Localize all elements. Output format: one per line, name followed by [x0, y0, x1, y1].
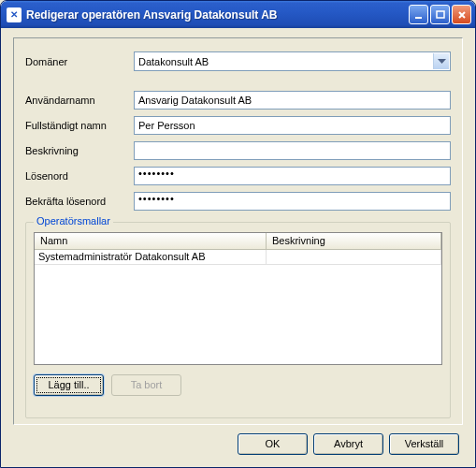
password-input[interactable]: •••••••• — [134, 167, 451, 185]
description-input[interactable] — [134, 141, 451, 160]
templates-legend: Operatörsmallar — [34, 215, 113, 227]
table-row[interactable]: Systemadministratör Datakonsult AB — [35, 250, 441, 265]
column-header-desc[interactable]: Beskrivning — [267, 233, 441, 250]
column-header-name[interactable]: Namn — [35, 233, 267, 250]
password-label: Lösenord — [25, 170, 134, 182]
cell-desc — [267, 250, 441, 264]
close-button[interactable] — [452, 5, 471, 24]
templates-fieldset: Operatörsmallar Namn Beskrivning Systema… — [25, 222, 451, 418]
grid-header: Namn Beskrivning — [35, 233, 441, 250]
chevron-down-icon[interactable] — [433, 53, 449, 69]
remove-button: Ta bort — [111, 374, 181, 396]
cancel-button[interactable]: Avbryt — [313, 433, 383, 455]
username-input[interactable] — [134, 91, 451, 110]
svg-rect-1 — [437, 11, 444, 18]
domain-label: Domäner — [25, 56, 134, 67]
form-panel: Domäner Datakonsult AB Användarnamn Full… — [13, 37, 463, 425]
app-icon: ✕ — [7, 7, 22, 22]
titlebar[interactable]: ✕ Redigerar operatören Ansvarig Datakons… — [1, 1, 475, 28]
window-title: Redigerar operatören Ansvarig Datakonsul… — [26, 8, 409, 22]
description-label: Beskrivning — [25, 145, 134, 156]
cell-name: Systemadministratör Datakonsult AB — [35, 250, 267, 264]
client-area: Domäner Datakonsult AB Användarnamn Full… — [4, 28, 472, 464]
add-button[interactable]: Lägg till.. — [34, 374, 104, 396]
fullname-label: Fullständigt namn — [25, 120, 134, 131]
username-label: Användarnamn — [25, 95, 134, 106]
apply-button[interactable]: Verkställ — [389, 433, 459, 455]
minimize-button[interactable] — [409, 5, 428, 24]
ok-button[interactable]: OK — [238, 433, 308, 455]
dialog-window: ✕ Redigerar operatören Ansvarig Datakons… — [0, 0, 476, 468]
domain-combo[interactable]: Datakonsult AB — [134, 51, 451, 71]
svg-rect-0 — [415, 17, 422, 19]
window-controls — [409, 5, 471, 24]
templates-grid[interactable]: Namn Beskrivning Systemadministratör Dat… — [34, 232, 442, 365]
dialog-buttons: OK Avbryt Verkställ — [238, 433, 459, 455]
fullname-input[interactable] — [134, 116, 451, 135]
confirm-password-input[interactable]: •••••••• — [134, 192, 451, 211]
domain-combo-value: Datakonsult AB — [138, 56, 209, 67]
confirm-password-label: Bekräfta lösenord — [25, 196, 134, 207]
maximize-button[interactable] — [430, 5, 450, 24]
